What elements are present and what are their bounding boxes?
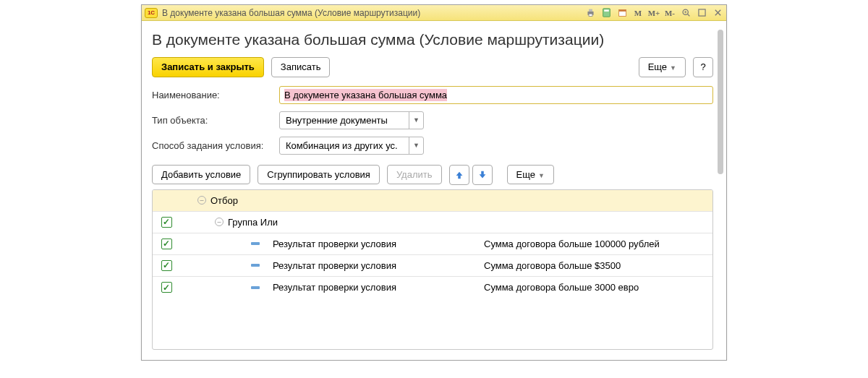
checkbox[interactable] <box>161 239 172 249</box>
app-window: 1C В документе указана большая сумма (Ус… <box>141 4 727 361</box>
object-type-value: Внутренние документы <box>280 112 409 129</box>
condition-mode-value: Комбинация из других ус. <box>280 137 409 154</box>
calendar-icon[interactable] <box>616 7 628 19</box>
tree-group-row[interactable]: – Группа Или <box>153 212 712 233</box>
leaf-icon <box>251 286 260 289</box>
checkbox[interactable] <box>161 217 172 228</box>
svg-rect-2 <box>589 14 592 16</box>
save-and-close-button[interactable]: Записать и закрыть <box>152 57 264 77</box>
tree-leaf-row[interactable]: Результат проверки условия Сумма договор… <box>153 233 712 255</box>
help-button[interactable]: ? <box>693 57 713 77</box>
condition-mode-row: Способ задания условия: Комбинация из др… <box>152 137 713 155</box>
checkbox[interactable] <box>161 282 172 293</box>
scrollbar[interactable] <box>718 30 723 174</box>
object-type-combo[interactable]: Внутренние документы ▼ <box>279 111 424 129</box>
tree-leaf-label: Результат проверки условия <box>273 239 396 249</box>
collapse-icon[interactable]: – <box>197 196 206 205</box>
chevron-down-icon[interactable]: ▼ <box>409 112 423 129</box>
tree-leaf-value: Сумма договора больше $3500 <box>484 260 708 271</box>
svg-rect-11 <box>698 9 705 16</box>
reorder-buttons <box>449 165 493 185</box>
collapse-icon[interactable]: – <box>215 218 224 226</box>
memory-mminus-icon[interactable]: M- <box>664 7 676 19</box>
calculator-icon[interactable] <box>600 7 612 19</box>
tree-root-label: Отбор <box>210 195 238 206</box>
more-button-label: Еще <box>648 61 667 72</box>
name-label: Наименование: <box>152 90 275 100</box>
tree-group-label: Группа Или <box>228 217 278 228</box>
svg-rect-6 <box>618 9 626 11</box>
condition-mode-label: Способ задания условия: <box>152 140 275 151</box>
zoom-icon[interactable] <box>680 7 692 19</box>
condition-mode-combo[interactable]: Комбинация из других ус. ▼ <box>279 137 424 155</box>
chevron-down-icon[interactable]: ▼ <box>409 137 423 154</box>
tree-leaf-label: Результат проверки условия <box>273 282 396 293</box>
leaf-icon <box>251 264 260 267</box>
object-type-label: Тип объекта: <box>152 115 275 126</box>
svg-rect-4 <box>604 9 609 11</box>
name-input[interactable]: В документе указана большая сумма <box>279 86 713 104</box>
tree-empty-space <box>153 298 712 349</box>
svg-rect-1 <box>589 9 592 12</box>
save-button[interactable]: Записать <box>271 57 331 77</box>
conditions-toolbar: Добавить условие Сгруппировать условия У… <box>152 165 713 185</box>
memory-m-icon[interactable]: M <box>632 7 644 19</box>
main-toolbar: Записать и закрыть Записать Еще▼ ? <box>152 57 713 77</box>
leaf-icon <box>251 242 260 245</box>
tree-leaf-value: Сумма договора больше 3000 евро <box>484 282 708 293</box>
tree-leaf-row[interactable]: Результат проверки условия Сумма договор… <box>153 277 712 298</box>
content-area: В документе указана большая сумма (Услов… <box>142 21 726 360</box>
delete-button[interactable]: Удалить <box>387 165 442 185</box>
svg-line-8 <box>687 14 689 17</box>
close-icon[interactable] <box>712 7 723 19</box>
object-type-row: Тип объекта: Внутренние документы ▼ <box>152 111 713 129</box>
conditions-more-label: Еще <box>516 169 535 180</box>
conditions-tree: – Отбор – Группа Или Результат проверки … <box>152 189 713 350</box>
print-icon[interactable] <box>584 7 596 19</box>
name-input-value: В документе указана большая сумма <box>284 89 447 101</box>
move-up-button[interactable] <box>449 165 469 185</box>
titlebar: 1C В документе указана большая сумма (Ус… <box>142 5 726 21</box>
add-condition-button[interactable]: Добавить условие <box>152 165 250 185</box>
window-title: В документе указана большая сумма (Услов… <box>162 8 580 18</box>
checkbox[interactable] <box>161 260 172 271</box>
tree-leaf-row[interactable]: Результат проверки условия Сумма договор… <box>153 255 712 277</box>
conditions-more-button[interactable]: Еще▼ <box>507 165 554 185</box>
tree-leaf-value: Сумма договора больше 100000 рублей <box>484 239 708 249</box>
memory-mplus-icon[interactable]: M+ <box>648 7 660 19</box>
group-conditions-button[interactable]: Сгруппировать условия <box>258 165 380 185</box>
tree-root-row[interactable]: – Отбор <box>153 190 712 212</box>
more-button[interactable]: Еще▼ <box>639 57 686 77</box>
page-title: В документе указана большая сумма (Услов… <box>152 31 713 48</box>
tree-leaf-label: Результат проверки условия <box>273 260 396 271</box>
titlebar-buttons: M M+ M- <box>584 7 723 19</box>
move-down-button[interactable] <box>472 165 493 185</box>
name-row: Наименование: В документе указана больша… <box>152 86 713 104</box>
app-logo-icon: 1C <box>145 8 158 18</box>
maximize-icon[interactable] <box>696 7 707 19</box>
